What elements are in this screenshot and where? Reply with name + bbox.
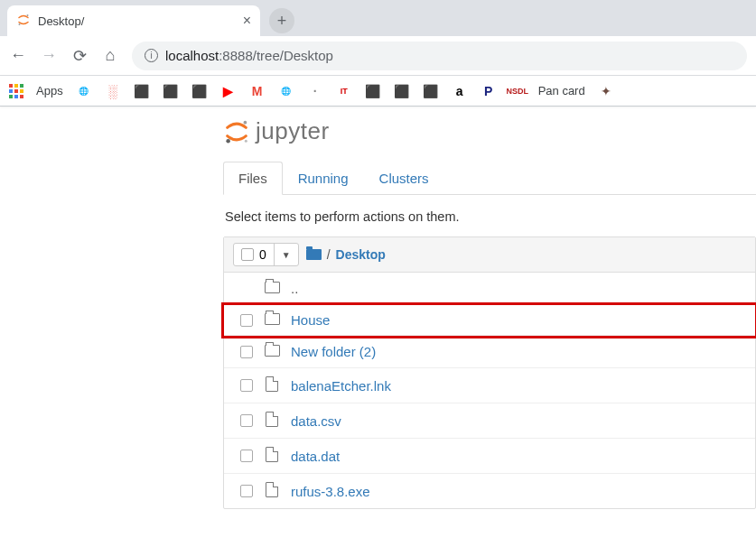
reload-button[interactable]: ⟳ [70, 46, 89, 66]
site-info-icon[interactable]: i [145, 49, 158, 62]
bookmark-misc2-icon[interactable]: ⬛ [365, 83, 381, 99]
bookmark-green-icon[interactable]: ⬛ [394, 83, 410, 99]
home-button[interactable]: ⌂ [101, 46, 119, 65]
row-file: data.csv [224, 403, 755, 439]
browser-tab[interactable]: Desktop/ × [7, 5, 260, 36]
row-checkbox[interactable] [240, 485, 253, 497]
bookmark-outlook-icon[interactable]: ⬛ [191, 83, 208, 99]
bookmark-wifi-icon[interactable]: ░ [105, 83, 121, 99]
row-folder: New folder (2) [224, 336, 755, 368]
svg-point-4 [245, 139, 247, 142]
select-all-checkbox[interactable]: 0 [234, 244, 275, 265]
bookmark-pan-card[interactable]: Pan card [538, 84, 585, 97]
select-all-group: 0 ▼ [233, 243, 299, 266]
tab-clusters[interactable]: Clusters [364, 162, 444, 195]
item-name[interactable]: rufus-3.8.exe [291, 484, 370, 499]
breadcrumb-separator: / [327, 247, 331, 262]
bookmark-icons-group: 🌐░⬛⬛⬛▶M🌐·IT⬛⬛⬛aPNSDL [76, 83, 526, 99]
bookmark-red-icon[interactable]: ⬛ [423, 83, 439, 99]
row-checkbox[interactable] [240, 450, 253, 462]
address-bar: ← → ⟳ ⌂ i localhost:8888/tree/Desktop [0, 36, 756, 76]
breadcrumb: / Desktop [306, 247, 386, 262]
close-tab-icon[interactable]: × [243, 13, 251, 29]
forward-button: → [40, 46, 58, 65]
bookmark-nsdl-icon[interactable]: NSDL [509, 83, 526, 99]
svg-point-0 [27, 14, 29, 16]
folder-root-icon[interactable] [306, 249, 322, 260]
item-name[interactable]: data.csv [291, 413, 341, 429]
tab-files[interactable]: Files [223, 162, 283, 195]
row-file: rufus-3.8.exe [224, 474, 755, 508]
jupyter-favicon-icon [16, 13, 31, 30]
svg-point-2 [244, 120, 247, 124]
file-list-panel: 0 ▼ / Desktop ..HouseNew folder (2)balen… [223, 236, 756, 509]
select-count: 0 [259, 247, 266, 262]
bookmark-extra-icon[interactable]: ✦ [598, 83, 614, 99]
jupyter-logo-text: jupyter [256, 117, 330, 145]
svg-point-3 [226, 139, 230, 144]
bookmark-amazon-icon[interactable]: a [452, 83, 468, 99]
bookmark-translate-icon[interactable]: ⬛ [134, 83, 150, 99]
bookmark-it-icon[interactable]: IT [336, 83, 352, 99]
file-list-header: 0 ▼ / Desktop [224, 237, 755, 273]
bookmark-p-icon[interactable]: P [481, 83, 497, 99]
page-content: jupyter Files Running Clusters Select it… [0, 107, 756, 509]
breadcrumb-current[interactable]: Desktop [336, 247, 386, 262]
item-name[interactable]: balenaEtcher.lnk [291, 378, 391, 394]
apps-grid-icon[interactable] [9, 84, 23, 98]
url-input[interactable]: i localhost:8888/tree/Desktop [132, 42, 747, 70]
select-dropdown[interactable]: ▼ [275, 244, 298, 265]
item-name[interactable]: .. [291, 281, 298, 296]
row-checkbox[interactable] [240, 379, 253, 392]
row-checkbox[interactable] [240, 314, 253, 327]
row-file: balenaEtcher.lnk [224, 368, 755, 403]
folder-outline-icon [264, 344, 280, 359]
browser-tab-bar: Desktop/ × + [0, 0, 756, 36]
item-name[interactable]: data.dat [291, 449, 340, 464]
item-name[interactable]: House [291, 312, 330, 328]
tab-running[interactable]: Running [283, 162, 364, 195]
bookmarks-bar: Apps 🌐░⬛⬛⬛▶M🌐·IT⬛⬛⬛aPNSDL Pan card ✦ [0, 76, 756, 107]
svg-point-1 [19, 23, 21, 25]
action-hint: Select items to perform actions on them. [225, 209, 756, 224]
jupyter-logo[interactable]: jupyter [223, 117, 756, 145]
file-icon [264, 376, 280, 394]
file-icon [264, 447, 280, 465]
new-tab-button[interactable]: + [269, 8, 294, 33]
row-checkbox[interactable] [240, 346, 253, 358]
row-folder: House [224, 305, 755, 336]
row-file: data.dat [224, 439, 755, 474]
bookmark-gmail-icon[interactable]: M [249, 83, 266, 99]
bookmark-youtube-icon[interactable]: ▶ [220, 83, 237, 99]
file-icon [264, 482, 280, 500]
bookmark-misc1-icon[interactable]: · [307, 83, 323, 99]
bookmark-globe2-icon[interactable]: 🌐 [278, 83, 294, 99]
url-text: localhost:8888/tree/Desktop [165, 48, 333, 63]
file-icon [264, 412, 280, 430]
checkbox-icon [241, 248, 254, 261]
bookmark-office-icon[interactable]: ⬛ [163, 83, 179, 99]
apps-label[interactable]: Apps [36, 84, 63, 97]
jupyter-logo-icon [223, 118, 250, 145]
row-checkbox[interactable] [240, 414, 253, 427]
file-rows: ..HouseNew folder (2)balenaEtcher.lnkdat… [224, 273, 755, 508]
bookmark-globe-icon[interactable]: 🌐 [76, 83, 92, 99]
jupyter-tabs: Files Running Clusters [223, 162, 756, 195]
folder-outline-icon [264, 281, 280, 296]
back-button[interactable]: ← [9, 46, 27, 65]
folder-outline-icon [264, 312, 280, 328]
tab-title: Desktop/ [38, 14, 84, 28]
item-name[interactable]: New folder (2) [291, 344, 376, 359]
row-parent-dir: .. [224, 273, 755, 305]
